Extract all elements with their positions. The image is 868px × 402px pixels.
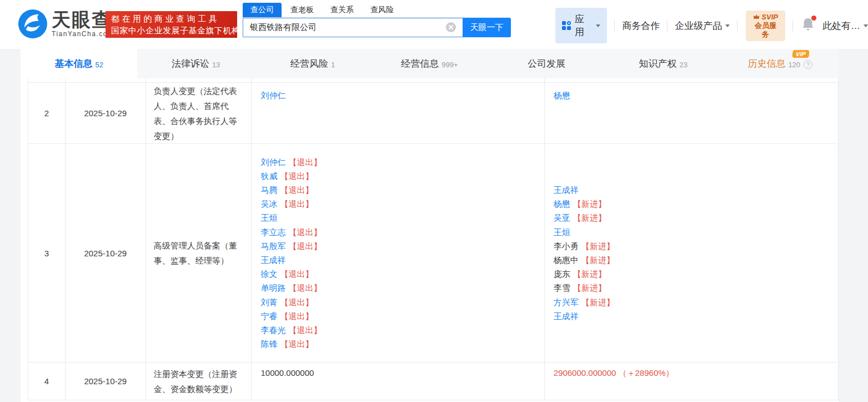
- section-tab-label: 经营风险: [290, 57, 328, 70]
- person-link[interactable]: 吴冰: [260, 199, 277, 209]
- table-row-partial: [28, 78, 838, 83]
- person-link[interactable]: 徐文: [260, 269, 277, 279]
- person-link[interactable]: 王烜: [554, 227, 570, 237]
- change-item: 注册资本变更（注册资金、资金数额等变更）: [146, 363, 252, 400]
- person-link[interactable]: 马腾: [260, 185, 277, 195]
- apps-button[interactable]: 应用: [555, 8, 607, 43]
- user-menu[interactable]: 此处有…: [822, 19, 868, 32]
- section-tab[interactable]: VIP 历史信息 120 ?: [722, 49, 839, 78]
- row-index: 2: [28, 83, 66, 143]
- section-tab[interactable]: 经营信息 999+: [371, 49, 488, 78]
- section-tab[interactable]: 知识产权 23: [605, 49, 721, 78]
- section-tab[interactable]: 法律诉讼 13: [137, 49, 254, 78]
- person-entry: 刘仲仁: [260, 88, 535, 102]
- help-icon[interactable]: ?: [804, 60, 812, 69]
- user-menu-label: 此处有…: [822, 19, 860, 32]
- table-row: 2 2025-10-29 负责人变更（法定代表人、负责人、首席代表、合伙事务执行…: [28, 83, 838, 144]
- change-tag: 【退出】: [280, 185, 313, 195]
- change-tag: 【退出】: [280, 339, 313, 349]
- person-link[interactable]: 刘仲仁: [260, 91, 285, 100]
- svip-badge[interactable]: SVIP 会员服务: [746, 11, 785, 41]
- change-tag: 【新进】: [573, 199, 606, 209]
- notification-bell-icon[interactable]: [801, 17, 815, 34]
- search-tab[interactable]: 查老板: [290, 3, 314, 17]
- person-link[interactable]: 马殷军: [260, 241, 285, 251]
- clear-icon[interactable]: [446, 22, 456, 32]
- section-tab-count: 999+: [441, 61, 458, 69]
- section-tab[interactable]: 公司发展: [488, 49, 605, 78]
- person-entry: 马殷军【退出】: [260, 239, 535, 253]
- divider: [614, 20, 615, 31]
- search-tab[interactable]: 查风险: [370, 3, 394, 17]
- person-link[interactable]: 李春光: [260, 325, 285, 335]
- person-link[interactable]: 庞东: [554, 269, 570, 279]
- person-link[interactable]: 方兴军: [554, 297, 579, 307]
- section-tabbar: 基本信息 52 法律诉讼 13 经营风险 1 经营信息 999+ 公司发: [0, 49, 868, 78]
- section-tab-count: 23: [680, 61, 688, 69]
- brand-domain: TianYanCha.com: [52, 30, 114, 38]
- change-tag: 【退出】: [280, 311, 313, 321]
- person-entry: 狄威【退出】: [260, 169, 535, 183]
- person-link[interactable]: 刘菁: [260, 297, 277, 307]
- change-tag: 【退出】: [280, 199, 313, 209]
- search-tab[interactable]: 查公司: [243, 3, 282, 17]
- chevron-down-icon: [864, 24, 868, 27]
- change-tag: 【新进】: [581, 297, 615, 307]
- person-link[interactable]: 李雪: [554, 283, 570, 292]
- person-entry: 王成祥: [554, 183, 829, 197]
- search-button[interactable]: 天眼一下: [463, 18, 511, 37]
- change-tag: 【退出】: [288, 325, 322, 335]
- tianyancha-logo[interactable]: 天眼查 TianYanCha.com: [18, 9, 114, 38]
- change-tag: 【退出】: [288, 157, 322, 167]
- person-link[interactable]: 狄威: [260, 171, 277, 181]
- divider: [792, 20, 793, 31]
- section-tab[interactable]: 经营风险 1: [254, 49, 371, 78]
- person-link[interactable]: 王烜: [260, 213, 277, 222]
- person-entry: 王成祥: [554, 309, 829, 323]
- person-link[interactable]: 李小勇: [554, 241, 579, 251]
- before-change-cell: 刘仲仁【退出】狄威【退出】马腾【退出】吴冰【退出】王烜李立志【退出】马殷军【退出…: [252, 144, 544, 362]
- search-tab[interactable]: 查关系: [330, 3, 354, 17]
- person-link[interactable]: 宁睿: [260, 311, 277, 321]
- change-tag: 【新进】: [573, 213, 606, 222]
- person-link[interactable]: 李立志: [260, 227, 285, 237]
- person-link[interactable]: 单明路: [260, 283, 285, 292]
- row-index: 3: [28, 144, 66, 362]
- section-tab-count: 13: [212, 61, 220, 69]
- svip-label: SVIP: [761, 13, 778, 21]
- person-link[interactable]: 杨懋: [554, 91, 570, 100]
- nav-link-enterprise[interactable]: 企业级产品: [675, 19, 730, 32]
- person-link[interactable]: 刘仲仁: [260, 157, 285, 167]
- person-entry: 杨懋: [554, 88, 829, 102]
- search-area: 查公司查老板查关系查风险 天眼一下: [243, 3, 511, 37]
- divider: [737, 20, 737, 31]
- person-link[interactable]: 杨懋: [554, 199, 570, 209]
- person-entry: 马腾【退出】: [260, 183, 535, 197]
- change-tag: 【退出】: [288, 227, 322, 237]
- person-link[interactable]: 吴亚: [554, 213, 570, 222]
- section-tab-label: 基本信息: [54, 57, 92, 70]
- person-link[interactable]: 陈锋: [260, 339, 277, 349]
- top-header: 天眼查 TianYanCha.com 都在用的商业查询工具 国家中小企业发展子基…: [0, 0, 868, 49]
- search-input[interactable]: [243, 18, 463, 37]
- table-row: 3 2025-10-29 高级管理人员备案（董事、监事、经理等） 刘仲仁【退出】…: [28, 144, 838, 363]
- section-tab-label: 历史信息: [747, 57, 785, 70]
- change-record-table: 2 2025-10-29 负责人变更（法定代表人、负责人、首席代表、合伙事务执行…: [28, 78, 839, 400]
- person-link[interactable]: 杨惠中: [554, 255, 579, 265]
- section-tab-count: 120: [788, 61, 800, 69]
- crown-icon: [753, 13, 760, 20]
- before-change-cell: 刘仲仁: [252, 83, 544, 143]
- promo-line1: 都在用的商业查询工具: [111, 13, 232, 24]
- person-link[interactable]: 王成祥: [260, 255, 285, 265]
- search-tabs: 查公司查老板查关系查风险: [243, 3, 511, 18]
- person-link[interactable]: 王成祥: [554, 311, 579, 321]
- section-tab-label: 经营信息: [401, 57, 439, 70]
- change-tag: 【退出】: [288, 241, 322, 251]
- nav-link-business[interactable]: 商务合作: [622, 19, 660, 32]
- after-change-cell: 2906000.000000 （＋28960%）: [545, 363, 838, 400]
- section-tab-label: 知识产权: [639, 57, 677, 70]
- person-entry: 李春光【退出】: [260, 323, 535, 337]
- person-link[interactable]: 王成祥: [554, 185, 579, 195]
- change-date: 2025-10-29: [66, 363, 146, 400]
- section-tab[interactable]: 基本信息 52: [21, 49, 137, 78]
